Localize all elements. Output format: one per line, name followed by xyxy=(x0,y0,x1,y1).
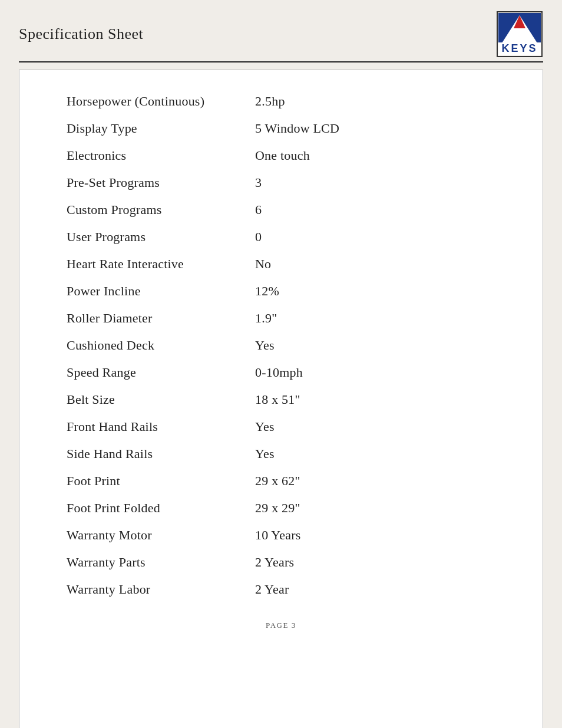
spec-row: Horsepower (Continuous)2.5hp xyxy=(19,88,543,115)
spec-row: Custom Programs6 xyxy=(19,196,543,223)
spec-label: Warranty Parts xyxy=(67,555,255,570)
spec-value: Yes xyxy=(255,338,275,353)
spec-value: Yes xyxy=(255,446,275,462)
spec-label: Heart Rate Interactive xyxy=(67,256,255,272)
spec-label: Side Hand Rails xyxy=(67,446,255,462)
spec-label: Electronics xyxy=(67,148,255,163)
spec-row: Belt Size18 x 51" xyxy=(19,386,543,413)
page-footer: PAGE 3 xyxy=(19,621,543,630)
spec-row: Speed Range0-10mph xyxy=(19,359,543,386)
spec-label: Foot Print Folded xyxy=(67,500,255,516)
spec-value: 1.9" xyxy=(255,311,277,326)
spec-row: Power Incline12% xyxy=(19,278,543,305)
spec-row: Pre-Set Programs3 xyxy=(19,169,543,196)
spec-label: Foot Print xyxy=(67,473,255,489)
spec-row: ElectronicsOne touch xyxy=(19,142,543,169)
spec-value: 18 x 51" xyxy=(255,392,300,407)
spec-label: Cushioned Deck xyxy=(67,338,255,353)
spec-label: Speed Range xyxy=(67,365,255,380)
spec-value: 0 xyxy=(255,229,262,245)
spec-value: No xyxy=(255,256,271,272)
spec-label: Warranty Motor xyxy=(67,528,255,543)
spec-row: Front Hand RailsYes xyxy=(19,413,543,440)
spec-label: Front Hand Rails xyxy=(67,419,255,434)
spec-row: Display Type5 Window LCD xyxy=(19,115,543,142)
spec-row: Warranty Parts2 Years xyxy=(19,549,543,576)
spec-row: Foot Print29 x 62" xyxy=(19,467,543,495)
spec-label: Power Incline xyxy=(67,284,255,299)
spec-value: 12% xyxy=(255,284,279,299)
spec-label: Belt Size xyxy=(67,392,255,407)
spec-row: Cushioned DeckYes xyxy=(19,332,543,359)
page-number: PAGE 3 xyxy=(266,621,296,630)
page-title: Specification Sheet xyxy=(19,25,143,43)
spec-row: Side Hand RailsYes xyxy=(19,440,543,467)
spec-row: Warranty Labor2 Year xyxy=(19,576,543,603)
spec-label: Pre-Set Programs xyxy=(67,175,255,190)
spec-value: 29 x 62" xyxy=(255,473,300,489)
spec-row: Warranty Motor10 Years xyxy=(19,522,543,549)
header-rule xyxy=(19,61,543,62)
spec-value: 2 Year xyxy=(255,582,289,597)
spec-value: 0-10mph xyxy=(255,365,303,380)
spec-value: 3 xyxy=(255,175,262,190)
spec-value: 2 Years xyxy=(255,555,294,570)
spec-value: 5 Window LCD xyxy=(255,121,339,136)
spec-label: Horsepower (Continuous) xyxy=(67,94,255,109)
spec-rows-container: Horsepower (Continuous)2.5hpDisplay Type… xyxy=(19,88,543,603)
spec-row: Heart Rate InteractiveNo xyxy=(19,251,543,278)
spec-value: 10 Years xyxy=(255,528,301,543)
svg-text:FITNESS: FITNESS xyxy=(507,37,533,41)
spec-row: Foot Print Folded29 x 29" xyxy=(19,495,543,522)
spec-label: Display Type xyxy=(67,121,255,136)
spec-row: User Programs0 xyxy=(19,223,543,251)
spec-value: Yes xyxy=(255,419,275,434)
spec-label: Warranty Labor xyxy=(67,582,255,597)
logo-container: KEYS FITNESS xyxy=(496,11,543,58)
spec-value: 6 xyxy=(255,202,262,218)
spec-value: One touch xyxy=(255,148,310,163)
spec-label: Custom Programs xyxy=(67,202,255,218)
spec-row: Roller Diameter1.9" xyxy=(19,305,543,332)
spec-value: 2.5hp xyxy=(255,94,285,109)
main-card: Horsepower (Continuous)2.5hpDisplay Type… xyxy=(19,70,543,728)
spec-label: Roller Diameter xyxy=(67,311,255,326)
spec-label: User Programs xyxy=(67,229,255,245)
spec-value: 29 x 29" xyxy=(255,500,300,516)
page-header: Specification Sheet KEYS FITNESS xyxy=(0,0,562,58)
keys-fitness-logo: KEYS FITNESS xyxy=(496,11,543,58)
svg-text:KEYS: KEYS xyxy=(501,42,537,54)
